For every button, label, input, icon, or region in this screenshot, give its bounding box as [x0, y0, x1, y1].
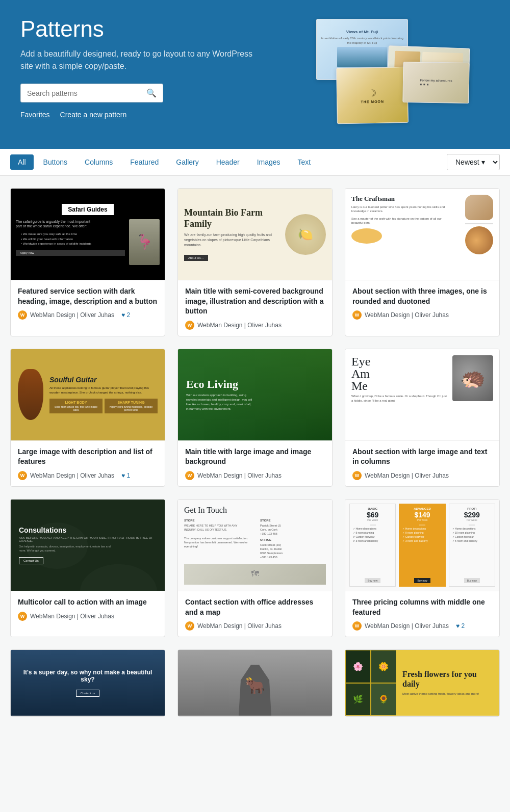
craftsman-desc2: See a master of the craft with his signa… [351, 217, 453, 225]
pricing-profi-tier: PROFI [467, 507, 476, 510]
eco-card-title: Main title with large image and image ba… [185, 447, 325, 467]
getintouch-phone-text: WE ARE HERE TO HELP YOU WITH ANY INQUIRY… [184, 523, 250, 549]
filter-header[interactable]: Header [209, 154, 247, 170]
author-icon-6: W [352, 471, 362, 480]
safari-author: WebMan Design | Oliver Juhas [30, 311, 114, 319]
pattern-preview-eyeam: EyeAmMe When I grow up, I'll be a famous… [345, 349, 499, 441]
craftsman-images [457, 195, 493, 274]
mountain-desc: We are family-run farm producing high qu… [184, 232, 285, 247]
pattern-card-craftsman[interactable]: The Craftsman Harry is our talented pott… [345, 188, 500, 336]
search-input[interactable] [27, 89, 146, 97]
getintouch-info: Contact section with office addresses an… [178, 591, 332, 637]
craftsman-author: WebMan Design | Oliver Juhas [365, 311, 449, 319]
pattern-card-getintouch[interactable]: Get In Touch STORE WE ARE HERE TO HELP Y… [177, 499, 333, 637]
pricing-profi-price: $299 [464, 511, 480, 518]
filter-featured[interactable]: Featured [122, 154, 166, 170]
craftsman-card-title: About section with three images, one is … [352, 286, 492, 306]
getintouch-store-label: STORE [260, 519, 326, 522]
guitar-features: LIGHT BODY Solid fiber spruce top, fine-… [49, 399, 158, 413]
create-pattern-link[interactable]: Create a new pattern [60, 111, 127, 119]
guitar-desc: All those appliances belong to famous gu… [49, 386, 158, 395]
guitar-info-section: Large image with description and list of… [11, 441, 165, 486]
sky-title: It's a super day, so why not make a beau… [19, 669, 157, 683]
pattern-card-building[interactable]: 🐂 [177, 649, 333, 717]
consultations-author: WebMan Design | Oliver Juhas [30, 613, 114, 620]
mountain-text: Mountain Bio Farm Family We are family-r… [184, 207, 285, 261]
filter-columns[interactable]: Columns [77, 154, 120, 170]
safari-list: • We make sure you stay safe all the tim… [21, 232, 125, 247]
filter-buttons[interactable]: Buttons [36, 154, 75, 170]
pricing-advanced-price: $149 [414, 511, 430, 518]
header-preview-collage: Views of Mt. Fuji An exhibition of early… [306, 16, 490, 128]
pricing-basic-tier: BASIC [368, 507, 377, 510]
eyeam-desc: When I grow up, I'll be a famous smile. … [351, 394, 448, 403]
collage-card-4: Follow my adventures ■■■ [402, 62, 469, 103]
pricing-basic-price: $69 [367, 511, 378, 518]
consultations-card-title: Multicolor call to action with an image [18, 597, 158, 608]
consultations-title: Consultations [19, 526, 66, 534]
pricing-advanced-f1: ✓ Home decorations [402, 527, 442, 530]
getintouch-title: Get In Touch [184, 506, 227, 515]
sky-button: Contact us [76, 690, 100, 697]
eyeam-meta: W WebMan Design | Oliver Juhas [352, 471, 492, 480]
pattern-card-flowers[interactable]: 🌸 🌼 🌿 🌻 Fresh flowers for you daily Meet… [345, 649, 500, 717]
filter-text[interactable]: Text [290, 154, 319, 170]
pattern-preview-building: 🐂 [178, 650, 332, 716]
pattern-card-guitar[interactable]: Soulful Guitar All those appliances belo… [10, 349, 165, 487]
safari-info: Featured service section with dark headi… [11, 280, 165, 326]
flower-cell-3: 🌿 [345, 683, 371, 716]
filter-bar: All Buttons Columns Featured Gallery Hea… [0, 149, 510, 176]
safari-card-title: Featured service section with dark headi… [18, 286, 158, 306]
filter-images[interactable]: Images [249, 154, 288, 170]
guitar-hearts: ♥ 1 [121, 472, 130, 479]
pricing-hearts: ♥ 2 [456, 622, 465, 630]
eco-background: Eco Living With our modern approach to b… [178, 349, 332, 440]
pattern-card-pricing[interactable]: BASIC $69 Per week ✓ Home decorations ✓ … [345, 499, 500, 637]
eco-info: Main title with large image and image ba… [178, 441, 332, 486]
collage-card-3: ☽ THE MOON [336, 67, 409, 124]
pattern-preview-flowers: 🌸 🌼 🌿 🌻 Fresh flowers for you daily Meet… [345, 650, 499, 716]
consultations-button: Contact Us [19, 557, 43, 564]
safari-button: Apply now [16, 250, 125, 256]
author-icon-8: W [185, 621, 194, 631]
pricing-meta: W WebMan Design | Oliver Juhas ♥ 2 [352, 621, 492, 631]
filter-all[interactable]: All [10, 154, 34, 170]
pattern-preview-consultations: Consultations ASK BEFORE YOU ACT AND KEE… [11, 500, 165, 591]
pattern-card-sky[interactable]: It's a super day, so why not make a beau… [10, 649, 165, 717]
craftsman-name: The Craftsman [351, 195, 453, 203]
safari-desc: The safari guide is arguably the most im… [16, 219, 92, 229]
search-box[interactable]: 🔍 [20, 84, 163, 102]
pricing-profi: PROFI $299 Per week ✓ Home decorations ✓… [449, 504, 495, 587]
mountain-illustration: 🍋 [285, 214, 326, 255]
getintouch-columns: STORE WE ARE HERE TO HELP YOU WITH ANY I… [184, 519, 326, 560]
eyeam-author: WebMan Design | Oliver Juhas [365, 472, 449, 479]
pricing-basic-f1: ✓ Home decorations [353, 527, 392, 530]
craftsman-meta: W WebMan Design | Oliver Juhas [352, 310, 492, 320]
pattern-card-eyeam[interactable]: EyeAmMe When I grow up, I'll be a famous… [345, 349, 500, 487]
pricing-profi-period: Per week [467, 518, 477, 521]
filter-gallery[interactable]: Gallery [168, 154, 206, 170]
pricing-advanced: ADVANCED $149 Per week ✓ Home decoration… [399, 504, 445, 587]
pattern-card-mountain[interactable]: Mountain Bio Farm Family We are family-r… [177, 188, 333, 336]
pattern-card-ecoliving[interactable]: Eco Living With our modern approach to b… [177, 349, 333, 487]
author-icon-1: W [18, 310, 27, 320]
sort-dropdown[interactable]: Newest ▾ Oldest A-Z [447, 154, 500, 170]
mountain-meta: W WebMan Design | Oliver Juhas [185, 321, 325, 330]
eyeam-title: EyeAmMe [351, 355, 448, 392]
pattern-preview-guitar: Soulful Guitar All those appliances belo… [11, 349, 165, 441]
building-animal: 🐂 [245, 676, 265, 695]
pattern-card-consultations[interactable]: Consultations ASK BEFORE YOU ACT AND KEE… [10, 499, 165, 637]
pricing-basic-period: Per week [367, 518, 378, 521]
pricing-basic-f2: ✓ 5 room planning [353, 531, 392, 534]
patterns-grid: Safari Guides The safari guide is arguab… [0, 176, 510, 729]
favorites-link[interactable]: Favorites [20, 111, 50, 119]
pricing-advanced-button: Buy now [414, 578, 430, 583]
pattern-card-safari[interactable]: Safari Guides The safari guide is arguab… [10, 188, 165, 336]
getintouch-col-phone: STORE WE ARE HERE TO HELP YOU WITH ANY I… [184, 519, 250, 560]
pattern-preview-mountain: Mountain Bio Farm Family We are family-r… [178, 189, 332, 280]
guitar-author: WebMan Design | Oliver Juhas [30, 472, 114, 479]
craftsman-info: About section with three images, one is … [345, 280, 499, 326]
consultations-meta: W WebMan Design | Oliver Juhas [18, 612, 158, 621]
pattern-preview-sky: It's a super day, so why not make a beau… [11, 650, 165, 716]
pricing-advanced-f2: ✓ 8 room planning [402, 531, 442, 534]
